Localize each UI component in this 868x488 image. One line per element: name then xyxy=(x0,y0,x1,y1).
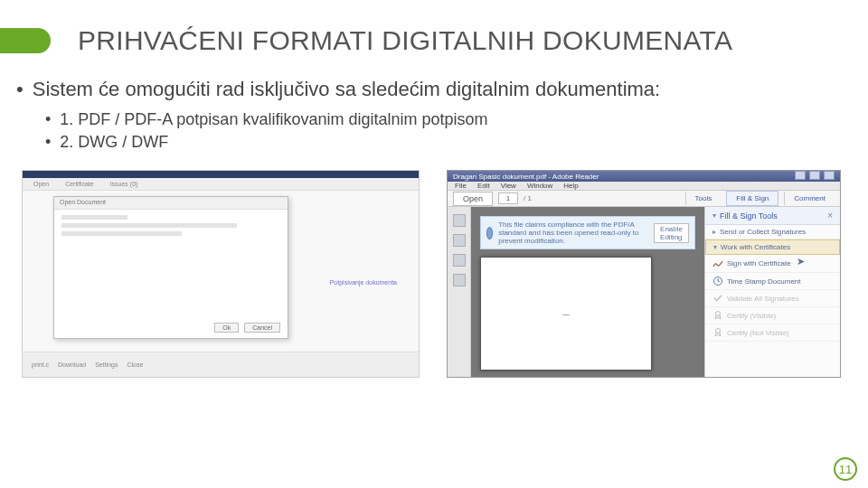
left-dialog-ok[interactable]: Ok xyxy=(214,323,239,333)
adobe-right-pane: ▾ Fill & Sign Tools × ▸ Send or Collect … xyxy=(704,207,840,378)
adobe-toolbar: Open 1 / 1 Tools Fill & Sign Comment xyxy=(448,191,840,207)
right-pane-header: ▾ Fill & Sign Tools × xyxy=(705,207,840,225)
svg-point-1 xyxy=(716,312,721,316)
menu-edit[interactable]: Edit xyxy=(477,182,490,190)
adobe-left-rail xyxy=(448,207,471,378)
left-dialog-title: Open Document xyxy=(54,197,288,210)
signature-icon xyxy=(712,258,723,269)
screenshot-left: Open Certificate Issues (0) Open Documen… xyxy=(22,170,420,378)
left-footer-item: Download xyxy=(58,361,86,368)
close-pane-icon[interactable]: × xyxy=(827,211,833,221)
ribbon-icon xyxy=(712,327,723,338)
left-tabs: Open Certificate Issues (0) xyxy=(23,178,419,191)
bullet-1-2: 2. DWG / DWF xyxy=(60,133,168,152)
bullet-dot: • xyxy=(16,78,24,101)
page-content: — xyxy=(562,310,570,318)
info-icon xyxy=(486,227,493,239)
left-dialog: Open Document Ok Cancel xyxy=(53,196,288,339)
left-dialog-cancel[interactable]: Cancel xyxy=(244,323,280,333)
rp-certify-invisible: Certify (Not Visible) xyxy=(705,324,840,342)
maximize-icon[interactable] xyxy=(809,171,820,180)
tab-tools[interactable]: Tools xyxy=(685,192,722,205)
page-number-input[interactable]: 1 xyxy=(498,192,518,204)
menu-help[interactable]: Help xyxy=(563,182,578,190)
open-button[interactable]: Open xyxy=(453,192,493,206)
rp-time-stamp[interactable]: Time Stamp Document xyxy=(705,273,840,290)
slide-number: 11 xyxy=(834,457,857,481)
left-footer-item: Settings xyxy=(95,361,118,368)
menu-file[interactable]: File xyxy=(455,182,467,190)
check-icon xyxy=(712,293,723,304)
bullet-dot: • xyxy=(45,110,51,129)
menu-window[interactable]: Window xyxy=(527,182,552,190)
left-tab-issues: Issues (0) xyxy=(110,181,138,187)
chevron-down-icon: ▾ xyxy=(713,243,717,251)
chevron-down-icon: ▾ xyxy=(712,211,716,220)
thumbnails-icon[interactable] xyxy=(453,214,466,227)
bullet-dot: • xyxy=(45,133,51,152)
minimize-icon[interactable] xyxy=(795,171,806,180)
accent-bar xyxy=(0,28,51,53)
ribbon-icon xyxy=(712,310,723,321)
slide-title: PRIHVAĆENI FORMATI DIGITALNIH DOKUMENATA xyxy=(78,25,732,56)
bullet-1: Sistem će omogućiti rad isključivo sa sl… xyxy=(33,78,661,101)
rp-certify-visible: Certify (Visible) xyxy=(705,307,840,324)
page-of-label: / 1 xyxy=(524,194,532,202)
bookmarks-icon[interactable] xyxy=(453,234,466,247)
rp-group-certificates[interactable]: ▾ Work with Certificates xyxy=(705,239,840,255)
pdfa-notice-text: This file claims compliance with the PDF… xyxy=(498,221,648,245)
left-titlebar xyxy=(23,171,419,178)
bullet-list: • Sistem će omogućiti rad isključivo sa … xyxy=(0,56,868,152)
close-icon[interactable] xyxy=(824,171,835,180)
bullet-1-1: 1. PDF / PDF-A potpisan kvalifikovanim d… xyxy=(60,110,487,129)
adobe-document-area: This file claims compliance with the PDF… xyxy=(471,207,704,378)
left-right-note: Potpisivanje dokumenta xyxy=(330,279,397,286)
enable-editing-button[interactable]: Enable Editing xyxy=(654,223,689,243)
right-pane-title: Fill & Sign Tools xyxy=(720,211,778,221)
signatures-icon[interactable] xyxy=(453,274,466,286)
svg-point-2 xyxy=(716,329,721,333)
rp-sign-with-certificate[interactable]: Sign with Certificate ➤ xyxy=(705,255,840,273)
screenshot-adobe: Dragan Spasic dokument.pdf - Adobe Reade… xyxy=(447,170,841,378)
tab-fill-and-sign[interactable]: Fill & Sign xyxy=(726,191,778,206)
adobe-menubar: File Edit View Window Help xyxy=(448,182,840,191)
adobe-window-titlebar: Dragan Spasic dokument.pdf - Adobe Reade… xyxy=(448,171,840,182)
left-footer: print.c Download Settings Close xyxy=(23,352,419,377)
chevron-right-icon: ▸ xyxy=(712,228,716,236)
pdf-page: — xyxy=(480,257,652,371)
cursor-icon: ➤ xyxy=(797,256,805,267)
tab-comment[interactable]: Comment xyxy=(784,192,835,205)
adobe-window-title: Dragan Spasic dokument.pdf - Adobe Reade… xyxy=(453,173,599,181)
rp-validate-all: Validate All Signatures xyxy=(705,290,840,307)
rp-group-signatures[interactable]: ▸ Send or Collect Signatures xyxy=(705,225,840,239)
pdfa-notice: This file claims compliance with the PDF… xyxy=(480,216,695,249)
menu-view[interactable]: View xyxy=(501,182,516,190)
window-controls xyxy=(793,171,835,182)
left-footer-item: print.c xyxy=(32,361,49,368)
left-tab-open: Open xyxy=(33,181,49,187)
attachments-icon[interactable] xyxy=(453,254,466,267)
left-tab-certificate: Certificate xyxy=(65,181,94,187)
clock-icon xyxy=(712,276,723,286)
left-footer-item: Close xyxy=(127,361,144,368)
